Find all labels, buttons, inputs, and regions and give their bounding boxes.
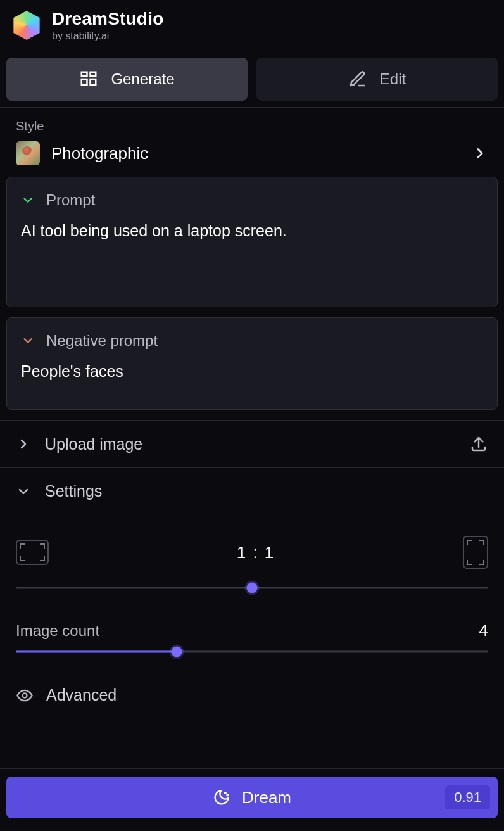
slider-thumb-icon[interactable] [171, 647, 182, 657]
chevron-down-icon[interactable] [21, 193, 35, 207]
style-thumbnail-icon [16, 141, 40, 165]
logo-icon [11, 10, 42, 41]
svg-rect-3 [91, 79, 96, 85]
image-count-value: 4 [479, 621, 488, 640]
tab-edit[interactable]: Edit [256, 58, 498, 101]
dream-button[interactable]: Dream 0.91 [6, 777, 498, 818]
moon-sparkle-icon [213, 789, 230, 806]
aspect-ratio-tall-button[interactable] [463, 536, 488, 569]
chevron-down-icon[interactable] [21, 334, 35, 348]
negative-prompt-input[interactable]: People's faces [21, 361, 483, 393]
slider-thumb-icon[interactable] [247, 583, 258, 593]
advanced-toggle[interactable]: Advanced [16, 666, 488, 717]
prompt-input[interactable]: AI tool being used on a laptop screen. [21, 220, 483, 290]
chevron-right-icon [16, 436, 31, 452]
upload-icon[interactable] [469, 435, 488, 454]
svg-rect-2 [82, 79, 87, 85]
edit-icon [348, 70, 367, 89]
grid-icon [79, 70, 98, 89]
style-selector[interactable]: Photographic [16, 141, 488, 165]
style-label: Style [16, 119, 488, 134]
brand-title: DreamStudio [52, 9, 163, 29]
tab-edit-label: Edit [380, 70, 406, 88]
image-count-slider[interactable] [16, 644, 488, 659]
style-selected-name: Photographic [51, 144, 148, 163]
brand-subtitle: by stability.ai [52, 30, 163, 42]
aspect-ratio-slider[interactable] [16, 580, 488, 595]
chevron-right-icon [472, 145, 488, 162]
aspect-ratio-value: 1 : 1 [237, 543, 275, 562]
dream-cost-badge: 0.91 [445, 785, 490, 809]
aspect-ratio-wide-button[interactable] [16, 540, 49, 565]
negative-prompt-label: Negative prompt [46, 332, 158, 350]
negative-prompt-panel: Negative prompt People's faces [6, 317, 498, 410]
chevron-down-icon [16, 484, 31, 499]
advanced-label: Advanced [46, 686, 117, 704]
brand-block: DreamStudio by stability.ai [52, 9, 163, 42]
settings-label: Settings [45, 482, 102, 500]
tab-generate[interactable]: Generate [6, 58, 248, 101]
svg-rect-1 [91, 72, 96, 76]
tab-generate-label: Generate [111, 70, 174, 88]
upload-image-label: Upload image [45, 435, 142, 454]
svg-point-7 [227, 795, 228, 796]
image-count-label: Image count [16, 622, 99, 640]
upload-image-row[interactable]: Upload image [0, 420, 504, 467]
dream-button-label: Dream [242, 788, 291, 808]
eye-icon [16, 687, 34, 704]
mode-tabs: Generate Edit [0, 51, 504, 108]
action-bar: Dream 0.91 [0, 768, 504, 831]
style-section: Style Photographic [0, 108, 504, 177]
prompt-label: Prompt [46, 191, 95, 209]
svg-point-6 [225, 792, 226, 794]
prompt-panel: Prompt AI tool being used on a laptop sc… [6, 177, 498, 307]
app-header: DreamStudio by stability.ai [0, 0, 504, 51]
svg-rect-0 [82, 72, 87, 76]
svg-point-5 [23, 693, 27, 697]
settings-body: 1 : 1 Image count 4 Advance [0, 514, 504, 723]
settings-row[interactable]: Settings [0, 467, 504, 514]
